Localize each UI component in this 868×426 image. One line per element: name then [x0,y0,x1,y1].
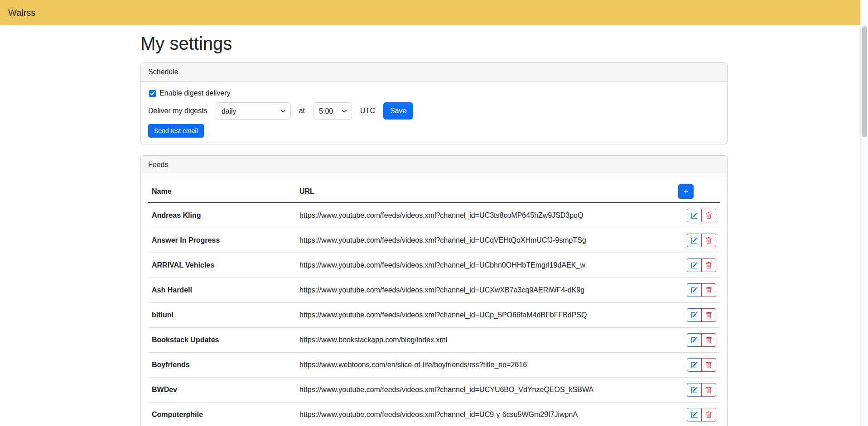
feed-url: https://www.youtube.com/feeds/videos.xml… [296,253,675,278]
feed-url: https://www.bookstackapp.com/blog/index.… [296,328,675,353]
delete-feed-button[interactable] [701,408,716,421]
feed-url: https://www.youtube.com/feeds/videos.xml… [296,402,675,426]
pencil-square-icon [691,412,698,418]
feeds-card: Feeds Name URL + Andreas Kling https://w… [140,155,728,426]
edit-feed-button[interactable] [687,383,702,397]
feed-actions [675,303,720,328]
edit-feed-button[interactable] [687,283,702,297]
feed-name: ARRIVAL Vehicles [148,253,296,278]
pencil-square-icon [691,312,698,319]
time-select[interactable]: 5:00 [313,102,352,120]
feeds-table: Name URL + Andreas Kling https://www.you… [148,181,720,426]
edit-feed-button[interactable] [687,408,702,421]
feeds-card-body: Name URL + Andreas Kling https://www.you… [141,174,727,426]
pencil-square-icon [691,212,698,219]
delete-feed-button[interactable] [701,383,716,397]
schedule-card-body: Enable digest delivery Deliver my digest… [141,81,727,144]
at-label: at [299,105,305,116]
frequency-select-wrap: daily [216,102,291,120]
enable-digest-checkbox[interactable] [149,90,156,97]
delete-feed-button[interactable] [701,209,716,222]
trash-icon [705,312,712,319]
pencil-square-icon [691,337,698,344]
feed-url: https://www.youtube.com/feeds/videos.xml… [296,378,675,402]
save-button[interactable]: Save [383,102,413,120]
navbar: Walrss [0,0,868,25]
feed-actions [675,328,720,353]
feed-name: Bookstack Updates [148,328,296,353]
table-row: Answer In Progress https://www.youtube.c… [148,228,720,253]
edit-feed-button[interactable] [687,209,702,222]
table-row: Andreas Kling https://www.youtube.com/fe… [148,203,720,228]
edit-feed-button[interactable] [687,358,702,372]
feed-name: Computerphile [148,402,296,426]
trash-icon [705,237,712,244]
delete-feed-button[interactable] [701,234,716,247]
feed-actions-group [687,308,716,322]
table-row: Bookstack Updates https://www.bookstacka… [148,328,720,353]
edit-feed-button[interactable] [687,234,702,247]
table-row: bitluni https://www.youtube.com/feeds/vi… [148,303,720,328]
feed-url: https://www.webtoons.com/en/slice-of-lif… [296,353,675,378]
schedule-card-header: Schedule [141,63,727,81]
edit-feed-button[interactable] [687,333,702,347]
frequency-select[interactable]: daily [216,102,291,120]
feed-actions [675,228,720,253]
feed-actions-group [687,258,716,272]
trash-icon [705,287,712,294]
pencil-square-icon [691,287,698,294]
scrollbar[interactable] [860,0,868,426]
table-row: Computerphile https://www.youtube.com/fe… [148,402,720,426]
pencil-square-icon [691,362,698,369]
feeds-card-header: Feeds [141,156,727,174]
deliver-label: Deliver my digests [148,105,207,116]
brand-link[interactable]: Walrss [8,6,35,19]
feed-name: Boyfriends [148,353,296,378]
pencil-square-icon [691,387,698,393]
feed-actions-group [687,209,716,222]
column-header-name: Name [148,181,296,203]
table-row: ARRIVAL Vehicles https://www.youtube.com… [148,253,720,278]
feed-actions-group [687,234,716,247]
enable-digest-label[interactable]: Enable digest delivery [159,88,231,99]
column-header-url: URL [296,181,675,203]
feed-actions-group [687,408,716,421]
feed-actions-group [687,358,716,372]
feeds-table-body: Andreas Kling https://www.youtube.com/fe… [148,203,720,426]
time-select-wrap: 5:00 [313,102,352,120]
feed-actions-group [687,383,716,397]
trash-icon [705,412,712,418]
feed-name: bitluni [148,303,296,328]
scrollbar-thumb[interactable] [862,26,867,137]
feed-url: https://www.youtube.com/feeds/videos.xml… [296,303,675,328]
pencil-square-icon [691,237,698,244]
pencil-square-icon [691,262,698,269]
table-row: BWDev https://www.youtube.com/feeds/vide… [148,378,720,402]
table-row: Ash Hardell https://www.youtube.com/feed… [148,278,720,303]
page-title: My settings [140,33,728,54]
feed-actions [675,353,720,378]
table-header-row: Name URL + [148,181,720,203]
feed-actions-group [687,333,716,347]
trash-icon [705,212,712,219]
feed-name: Andreas Kling [148,203,296,228]
feed-actions [675,278,720,303]
send-test-email-button[interactable]: Send test email [148,124,204,138]
add-feed-button[interactable]: + [678,184,694,199]
delivery-settings-row: Deliver my digests daily at 5:00 UTC Sav… [148,102,720,120]
feed-url: https://www.youtube.com/feeds/videos.xml… [296,228,675,253]
delete-feed-button[interactable] [701,258,716,272]
delete-feed-button[interactable] [701,308,716,322]
feed-actions [675,402,720,426]
delete-feed-button[interactable] [701,358,716,372]
schedule-card: Schedule Enable digest delivery Deliver … [140,62,728,144]
feed-name: BWDev [148,378,296,402]
delete-feed-button[interactable] [701,283,716,297]
trash-icon [705,337,712,344]
enable-digest-row: Enable digest delivery [148,88,720,99]
edit-feed-button[interactable] [687,308,702,322]
trash-icon [705,262,712,269]
edit-feed-button[interactable] [687,258,702,272]
trash-icon [705,362,712,369]
delete-feed-button[interactable] [701,333,716,347]
